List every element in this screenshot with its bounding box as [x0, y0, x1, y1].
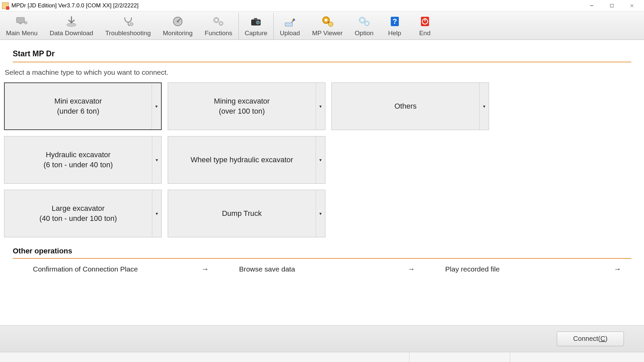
machine-label-line2: (under 6 ton): [57, 106, 99, 116]
dropdown-toggle[interactable]: ▾: [152, 136, 161, 183]
toolbar-end[interactable]: End: [410, 13, 440, 40]
connect-button[interactable]: Connect(C): [557, 331, 624, 346]
svg-rect-1: [610, 4, 613, 7]
toolbar-label: Functions: [205, 29, 232, 37]
toolbar-label: Main Menu: [6, 29, 38, 37]
svg-rect-20: [285, 23, 292, 26]
other-operations-row: Confirmation of Connection Place → Brows…: [13, 258, 631, 280]
chevron-down-icon: ▾: [319, 104, 322, 109]
upload-icon: [282, 15, 297, 28]
toolbar-label: Upload: [280, 29, 300, 37]
window-controls: [582, 0, 642, 11]
help-icon: ?: [387, 15, 402, 28]
status-segment: [510, 352, 644, 362]
svg-text:?: ?: [392, 17, 397, 25]
status-segment: [0, 352, 409, 362]
op-browse-save-data[interactable]: Browse save data →: [219, 259, 425, 280]
arrow-right-icon: →: [614, 265, 621, 274]
machine-mining-excavator[interactable]: Mining excavator (over 100 ton) ▾: [168, 82, 325, 130]
svg-point-25: [361, 19, 363, 21]
svg-point-15: [220, 23, 222, 24]
svg-rect-4: [16, 17, 24, 23]
chevron-down-icon: ▾: [156, 211, 158, 216]
toolbar-main-menu[interactable]: Main Menu: [0, 13, 44, 40]
minimize-button[interactable]: [582, 0, 602, 11]
divider: [13, 62, 631, 62]
svg-point-8: [130, 22, 133, 26]
chevron-down-icon: ▾: [319, 211, 322, 216]
machine-large-excavator[interactable]: Large excavator (40 ton - under 100 ton)…: [4, 190, 162, 237]
toolbar-option[interactable]: Option: [349, 13, 380, 40]
toolbar-help[interactable]: ? Help: [380, 13, 410, 40]
op-confirm-connection[interactable]: Confirmation of Connection Place →: [13, 259, 219, 280]
toolbar-label: Option: [355, 29, 374, 37]
toolbar-label: End: [419, 29, 431, 37]
connect-label-prefix: Connect(: [573, 335, 600, 343]
machine-label-line1: Mini excavator: [54, 96, 102, 106]
status-bar: [0, 352, 644, 362]
toolbar-label: Monitoring: [163, 29, 193, 37]
toolbar-upload[interactable]: Upload: [274, 13, 306, 40]
machine-hydraulic-excavator[interactable]: Hydraulic excavator (6 ton - under 40 to…: [4, 136, 162, 184]
svg-point-7: [67, 23, 76, 26]
svg-point-6: [24, 21, 27, 24]
close-button[interactable]: [622, 0, 642, 11]
page-title: Start MP Dr: [3, 43, 641, 62]
dropdown-toggle[interactable]: ▾: [479, 83, 489, 130]
toolbar-mp-viewer[interactable]: MP Viewer: [306, 13, 348, 40]
gears-icon: [211, 15, 226, 28]
machine-label: Others: [394, 101, 417, 111]
camera-icon: [249, 15, 263, 28]
machine-others[interactable]: Others ▾: [331, 82, 489, 130]
toolbar: Main Menu Data Download Troubleshooting …: [0, 11, 644, 40]
machine-wheel-hydraulic[interactable]: Wheel type hydraulic excavator ▾: [168, 136, 325, 184]
machine-label-line2: (6 ton - under 40 ton): [44, 160, 113, 170]
svg-rect-17: [254, 18, 257, 20]
toolbar-label: Help: [388, 29, 401, 37]
machine-label-line2: (40 ton - under 100 ton): [39, 214, 117, 224]
dropdown-toggle[interactable]: ▾: [316, 83, 325, 130]
toolbar-functions[interactable]: Functions: [199, 13, 238, 40]
main-content: Start MP Dr Select a machine type to whi…: [0, 40, 644, 325]
toolbar-monitoring[interactable]: Monitoring: [157, 13, 199, 40]
machine-label-line1: Mining excavator: [214, 96, 270, 106]
toolbar-capture[interactable]: Capture: [238, 13, 274, 40]
dropdown-toggle[interactable]: ▾: [152, 83, 161, 129]
machine-label: Dump Truck: [222, 208, 262, 219]
status-segment: [409, 352, 510, 362]
viewer-icon: [320, 15, 335, 28]
instruction-text: Select a machine type to which you want …: [3, 68, 641, 82]
app-icon: [2, 2, 9, 9]
svg-point-27: [366, 23, 368, 24]
toolbar-label: MP Viewer: [312, 29, 342, 37]
machine-label-line1: Large excavator: [52, 203, 105, 214]
titlebar: MPDr [JD Edition] Ver3.7.0.0 [COM XX] [2…: [0, 0, 644, 11]
svg-point-13: [215, 19, 217, 21]
window-title: MPDr [JD Edition] Ver3.7.0.0 [COM XX] [2…: [11, 2, 139, 9]
toolbar-label: Capture: [245, 29, 268, 37]
svg-point-22: [325, 19, 327, 21]
machine-label: Wheel type hydraulic excavator: [191, 155, 293, 165]
arrow-right-icon: →: [408, 265, 415, 274]
machine-dump-truck[interactable]: Dump Truck ▾: [168, 190, 325, 237]
connect-label-key: C: [600, 335, 605, 343]
dropdown-toggle[interactable]: ▾: [316, 136, 325, 183]
maximize-button[interactable]: [602, 0, 622, 11]
power-icon: [418, 15, 432, 28]
chevron-down-icon: ▾: [156, 157, 158, 163]
svg-point-19: [257, 21, 259, 23]
toolbar-label: Troubleshooting: [105, 29, 151, 37]
machine-mini-excavator[interactable]: Mini excavator (under 6 ton) ▾: [4, 82, 162, 130]
gauge-icon: [170, 15, 185, 28]
op-label: Play recorded file: [445, 265, 499, 273]
dropdown-toggle[interactable]: ▾: [152, 190, 161, 237]
op-label: Confirmation of Connection Place: [33, 265, 138, 273]
toolbar-label: Data Download: [50, 29, 93, 37]
monitor-icon: [14, 15, 29, 28]
dropdown-toggle[interactable]: ▾: [316, 190, 325, 237]
toolbar-troubleshooting[interactable]: Troubleshooting: [99, 13, 157, 40]
op-play-recorded-file[interactable]: Play recorded file →: [425, 259, 631, 280]
op-label: Browse save data: [239, 265, 295, 273]
other-operations-heading: Other operations: [3, 237, 641, 258]
toolbar-data-download[interactable]: Data Download: [44, 13, 99, 40]
